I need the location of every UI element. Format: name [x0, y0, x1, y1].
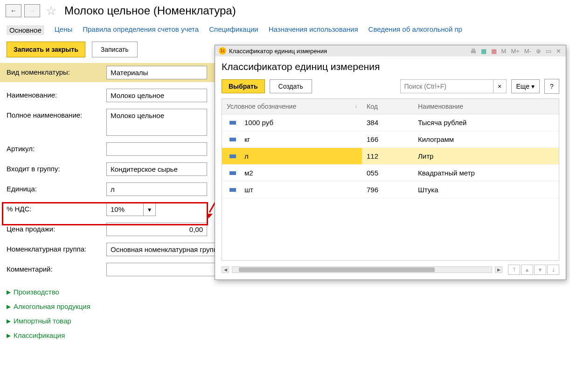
collapsible-section[interactable]: ▶Алкогольная продукция	[7, 299, 563, 314]
label-vat: % НДС:	[7, 203, 106, 213]
item-icon	[229, 121, 236, 125]
collapsible-label: Производство	[14, 288, 59, 296]
table-row[interactable]: шт796Штука	[222, 182, 559, 198]
page-title: Молоко цельное (Номенклатура)	[64, 4, 236, 17]
item-icon	[229, 154, 236, 158]
m-icon[interactable]: M	[500, 48, 507, 55]
label-fullname: Полное наименование:	[7, 109, 106, 119]
cell-name: Штука	[413, 182, 559, 198]
item-icon	[229, 138, 236, 141]
chevron-down-icon: ▾	[531, 83, 535, 90]
nav-forward-button[interactable]: →	[24, 4, 40, 17]
calc-icon[interactable]: ▦	[480, 48, 487, 55]
cell-symbol: 1000 руб	[244, 119, 273, 126]
cell-symbol: кг	[244, 135, 250, 143]
tab-main[interactable]: Основное	[7, 25, 44, 35]
chevron-right-icon: ▶	[7, 289, 11, 295]
mminus-icon[interactable]: M-	[523, 48, 532, 55]
tab-rules[interactable]: Правила определения счетов учета	[83, 25, 199, 35]
units-table: Условное обозначение↓ Код Наименование 1…	[222, 98, 559, 261]
search-clear-icon[interactable]: ×	[494, 79, 507, 93]
modal-search-input[interactable]	[400, 79, 494, 93]
modal-select-button[interactable]: Выбрать	[222, 79, 265, 93]
col-symbol[interactable]: Условное обозначение↓	[222, 99, 362, 114]
nav-back-button[interactable]: ←	[6, 4, 21, 17]
article-input[interactable]	[106, 142, 207, 156]
collapsible-label: Алкогольная продукция	[14, 302, 90, 310]
collapsible-label: Импортный товар	[14, 317, 71, 325]
chevron-right-icon: ▶	[7, 303, 11, 310]
nav-last-icon[interactable]: ⤓	[547, 265, 559, 275]
close-icon[interactable]: ✕	[555, 48, 562, 55]
table-row[interactable]: 1000 руб384Тысяча рублей	[222, 114, 559, 131]
label-unit: Единица:	[7, 182, 106, 193]
modal-header: Классификатор единиц измерения	[215, 56, 566, 76]
print-icon[interactable]: 🖶	[469, 48, 477, 55]
modal-create-button[interactable]: Создать	[270, 79, 312, 93]
unit-classifier-modal: 1c Классификатор единиц измерения 🖶 ▦ ▦ …	[215, 45, 566, 280]
cell-symbol: м2	[244, 169, 253, 177]
cell-name: Квадратный метр	[413, 165, 559, 181]
nav-first-icon[interactable]: ⤒	[508, 265, 520, 275]
modal-window-title: Классификатор единиц измерения	[229, 48, 327, 55]
label-nomgroup: Номенклатурная группа:	[7, 243, 106, 253]
horizontal-scrollbar[interactable]	[232, 266, 492, 273]
modal-titlebar[interactable]: 1c Классификатор единиц измерения 🖶 ▦ ▦ …	[215, 45, 566, 56]
scroll-left-icon[interactable]: ◀	[222, 266, 229, 273]
cell-code: 055	[362, 165, 413, 181]
tab-alcohol[interactable]: Сведения об алкогольной пр	[368, 25, 462, 35]
group-input[interactable]	[106, 162, 207, 176]
vat-dropdown-icon[interactable]: ▾	[144, 203, 156, 216]
price-input[interactable]	[106, 223, 207, 236]
mplus-icon[interactable]: M+	[510, 48, 520, 55]
label-name: Наименование:	[7, 89, 106, 99]
label-group: Входит в группу:	[7, 162, 106, 173]
cell-code: 796	[362, 182, 413, 198]
chevron-right-icon: ▶	[7, 318, 11, 324]
sort-down-icon: ↓	[355, 103, 357, 110]
name-input[interactable]	[106, 89, 207, 102]
cell-name: Тысяча рублей	[413, 114, 559, 131]
fullname-input[interactable]	[106, 109, 207, 136]
collapsible-section[interactable]: ▶Классификация	[7, 328, 563, 343]
nav-down-icon[interactable]: ▼	[534, 265, 546, 275]
type-input[interactable]	[106, 66, 207, 79]
tab-usage[interactable]: Назначения использования	[269, 25, 358, 35]
calendar-icon[interactable]: ▦	[490, 48, 498, 55]
label-type: Вид номенклатуры:	[7, 66, 106, 76]
tabs-bar: Основное Цены Правила определения счетов…	[0, 21, 570, 40]
app-1c-icon: 1c	[219, 47, 226, 55]
unit-input[interactable]	[106, 182, 207, 196]
tab-prices[interactable]: Цены	[55, 25, 73, 35]
save-button[interactable]: Записать	[92, 42, 138, 57]
cell-code: 166	[362, 131, 413, 147]
col-name[interactable]: Наименование	[413, 99, 559, 114]
table-row[interactable]: м2055Квадратный метр	[222, 165, 559, 182]
collapsible-section[interactable]: ▶Производство	[7, 285, 563, 299]
col-code[interactable]: Код	[362, 99, 413, 114]
save-close-button[interactable]: Записать и закрыть	[7, 42, 85, 57]
cell-code: 384	[362, 114, 413, 131]
scroll-right-icon[interactable]: ▶	[495, 266, 502, 273]
item-icon	[229, 171, 236, 175]
label-comment: Комментарий:	[7, 263, 106, 273]
favorite-star-icon[interactable]: ☆	[43, 3, 59, 19]
modal-help-button[interactable]: ?	[544, 79, 559, 94]
table-row[interactable]: л112Литр	[222, 148, 559, 165]
modal-more-button[interactable]: Еще▾	[511, 79, 540, 93]
cell-name: Килограмм	[413, 131, 559, 147]
label-price: Цена продажи:	[7, 223, 106, 233]
minimize-icon[interactable]: ▭	[545, 48, 552, 55]
vat-input[interactable]	[106, 203, 144, 216]
nav-up-icon[interactable]: ▲	[521, 265, 533, 275]
cell-name: Литр	[413, 148, 559, 164]
tab-specs[interactable]: Спецификации	[209, 25, 258, 35]
cell-symbol: л	[244, 152, 249, 160]
table-row[interactable]: кг166Килограмм	[222, 131, 559, 148]
cell-code: 112	[362, 148, 413, 164]
label-article: Артикул:	[7, 142, 106, 153]
collapsible-section[interactable]: ▶Импортный товар	[7, 314, 563, 328]
cell-symbol: шт	[244, 186, 253, 194]
zoom-icon[interactable]: ⊕	[535, 48, 542, 55]
item-icon	[229, 188, 236, 192]
